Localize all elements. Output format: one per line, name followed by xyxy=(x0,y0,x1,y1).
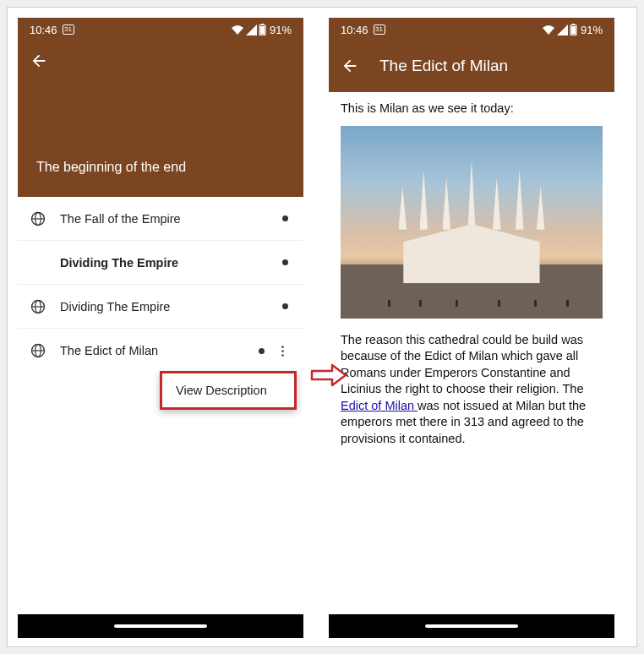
description-paragraph: The reason this cathedral could be build… xyxy=(341,332,603,448)
page-title: The beginning of the end xyxy=(36,160,186,175)
globe-icon xyxy=(30,210,46,227)
lesson-list: The Fall of the Empire Dividing The Empi… xyxy=(18,197,303,373)
lesson-label: The Edict of Milan xyxy=(60,344,259,357)
signal-icon xyxy=(557,25,568,35)
section-label: Dividing The Empire xyxy=(60,256,282,270)
hero-header: The beginning of the end xyxy=(18,41,303,197)
view-description-menu-item[interactable]: View Description xyxy=(160,371,297,410)
flow-arrow-icon xyxy=(310,362,347,388)
left-phone: 10:46 31 91% The beginning of the end Th… xyxy=(18,18,303,638)
lesson-label: Dividing The Empire xyxy=(60,300,282,313)
status-time: 10:46 xyxy=(30,24,57,36)
status-dot xyxy=(282,259,288,265)
battery-icon xyxy=(570,24,577,35)
edict-of-milan-link[interactable]: Edict of Milan xyxy=(341,399,418,412)
svg-rect-14 xyxy=(571,26,576,35)
popup-label: View Description xyxy=(176,384,267,397)
svg-rect-2 xyxy=(260,26,265,35)
lesson-label: The Fall of the Empire xyxy=(60,212,282,226)
app-bar-title: The Edict of Milan xyxy=(379,57,508,75)
app-bar: The Edict of Milan xyxy=(329,41,614,92)
lesson-row[interactable]: Dividing The Empire xyxy=(18,285,303,329)
intro-text: This is Milan as we see it today: xyxy=(341,101,603,117)
wifi-icon xyxy=(231,25,244,35)
status-dot xyxy=(282,303,288,309)
lesson-row[interactable]: The Fall of the Empire xyxy=(18,197,303,241)
right-phone: 10:46 31 91% The Edict of Milan This is … xyxy=(329,18,614,638)
back-arrow-icon[interactable] xyxy=(30,52,48,70)
svg-rect-13 xyxy=(572,24,575,25)
status-dot xyxy=(282,215,288,221)
battery-percent: 91% xyxy=(270,24,292,36)
more-options-icon[interactable] xyxy=(276,346,288,357)
milan-cathedral-image xyxy=(341,126,603,319)
status-time: 10:46 xyxy=(341,24,368,36)
status-dot xyxy=(259,348,265,354)
description-content: This is Milan as we see it today: The re… xyxy=(329,92,614,456)
lesson-row[interactable]: The Edict of Milan xyxy=(18,329,303,373)
wifi-icon xyxy=(542,25,555,35)
calendar-icon: 31 xyxy=(63,25,74,35)
signal-icon xyxy=(246,25,257,35)
globe-icon xyxy=(30,298,46,315)
para-pre: The reason this cathedral could be build… xyxy=(341,333,583,396)
calendar-icon: 31 xyxy=(374,25,385,35)
gesture-nav-bar xyxy=(18,614,303,638)
battery-icon xyxy=(259,24,266,35)
status-bar: 10:46 31 91% xyxy=(329,18,614,41)
battery-percent: 91% xyxy=(581,24,603,36)
gesture-nav-bar xyxy=(329,614,614,638)
globe-icon xyxy=(30,342,46,359)
section-header-row[interactable]: Dividing The Empire xyxy=(18,241,303,285)
back-arrow-icon[interactable] xyxy=(341,57,359,75)
svg-rect-1 xyxy=(261,24,264,25)
status-bar: 10:46 31 91% xyxy=(18,18,303,41)
